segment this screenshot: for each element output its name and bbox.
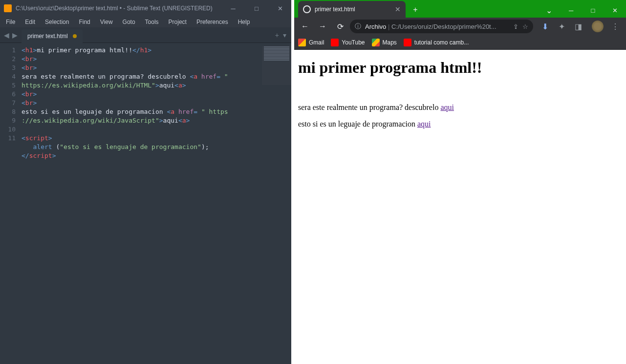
menu-tools[interactable]: Tools	[141, 18, 163, 26]
forward-button[interactable]: →	[315, 19, 330, 34]
omnibox[interactable]: ⓘ Archivo | C:/Users/oruiz/Desktop/prime…	[350, 20, 533, 33]
youtube-icon	[331, 39, 339, 46]
nav-buttons: ◀ ▶	[0, 31, 22, 39]
page-paragraph-2: esto si es un leguaje de programacion aq…	[298, 120, 622, 128]
bookmark-gmail[interactable]: Gmail	[298, 39, 324, 46]
maps-icon	[372, 39, 380, 46]
download-extension-icon[interactable]: ⬇	[537, 19, 553, 34]
chrome-window: primer text.html ✕ + ⌄ ─ □ ✕ ← → ⟳ ⓘ Arc…	[294, 0, 626, 364]
close-button[interactable]: ✕	[273, 5, 287, 12]
close-button[interactable]: ✕	[604, 3, 626, 18]
menu-view[interactable]: View	[96, 18, 117, 26]
nav-forward-icon[interactable]: ▶	[11, 31, 19, 39]
star-icon[interactable]: ☆	[522, 23, 528, 30]
tab-dropdown-icon[interactable]: ▾	[283, 31, 286, 39]
minimize-button[interactable]: ─	[226, 5, 240, 12]
file-tab[interactable]: primer text.html	[22, 29, 83, 43]
sublime-menubar: File Edit Selection Find View Goto Tools…	[0, 17, 291, 27]
page-content: mi primer programa html!! sera este real…	[294, 50, 626, 364]
menu-help[interactable]: Help	[234, 18, 254, 26]
menu-selection[interactable]: Selection	[41, 18, 73, 26]
profile-avatar[interactable]	[592, 21, 604, 32]
minimize-button[interactable]: ─	[560, 3, 582, 18]
info-icon: ⓘ	[355, 22, 361, 31]
bookmark-maps[interactable]: Maps	[372, 39, 397, 46]
tabbar-right: + ▾	[275, 31, 291, 39]
sublime-window: C:\Users\oruiz\Desktop\primer text.html …	[0, 0, 291, 364]
gmail-icon	[298, 39, 306, 46]
tab-title: primer text.html	[315, 6, 391, 13]
menu-find[interactable]: Find	[75, 18, 94, 26]
tab-label: primer text.html	[27, 33, 68, 40]
omnibox-text: Archivo | C:/Users/oruiz/Desktop/primer%…	[365, 23, 509, 30]
new-tab-button[interactable]: +	[409, 3, 422, 17]
page-paragraph-1: sera este realmente un programa? descubr…	[298, 103, 622, 112]
nav-back-icon[interactable]: ◀	[3, 31, 10, 39]
link-aqui-1[interactable]: aqui	[440, 103, 454, 111]
menu-project[interactable]: Project	[165, 18, 191, 26]
menu-goto[interactable]: Goto	[119, 18, 139, 26]
sublime-titlebar[interactable]: C:\Users\oruiz\Desktop\primer text.html …	[0, 0, 291, 17]
minimap[interactable]	[262, 46, 291, 85]
chrome-toolbar: ← → ⟳ ⓘ Archivo | C:/Users/oruiz/Desktop…	[294, 18, 626, 35]
share-icon[interactable]: ⇪	[513, 23, 518, 30]
menu-edit[interactable]: Edit	[21, 18, 39, 26]
bookmarks-bar: Gmail YouTube Maps tutorial como camb...	[294, 35, 626, 50]
tab-close-icon[interactable]: ✕	[395, 5, 401, 13]
chrome-window-controls: ⌄ ─ □ ✕	[538, 3, 626, 18]
sidepanel-icon[interactable]: ◨	[570, 19, 586, 34]
extensions-area: ⬇ ✦ ◨	[535, 19, 588, 34]
menu-file[interactable]: File	[2, 18, 19, 26]
code-editor[interactable]: <h1>mi primer programa html!!</h1><br><b…	[22, 43, 291, 364]
back-button[interactable]: ←	[297, 19, 313, 34]
youtube-icon	[404, 39, 411, 46]
bookmark-tutorial[interactable]: tutorial como camb...	[404, 39, 469, 46]
modified-indicator-icon	[73, 34, 77, 38]
reload-button[interactable]: ⟳	[332, 19, 348, 34]
sublime-title-text: C:\Users\oruiz\Desktop\primer text.html …	[16, 5, 226, 12]
chevron-down-icon[interactable]: ⌄	[538, 3, 560, 18]
window-controls: ─ □ ✕	[226, 5, 287, 12]
menu-preferences[interactable]: Preferences	[193, 18, 232, 26]
extensions-icon[interactable]: ✦	[554, 19, 569, 34]
new-tab-icon[interactable]: +	[275, 31, 279, 39]
editor-body: 1 2 3 4 5 6 7 8 9 10 11 <h1>mi primer pr…	[0, 43, 291, 364]
maximize-button[interactable]: □	[249, 5, 264, 12]
link-aqui-2[interactable]: aqui	[417, 120, 431, 128]
line-gutter: 1 2 3 4 5 6 7 8 9 10 11	[0, 43, 22, 364]
page-favicon-icon	[303, 5, 311, 13]
chrome-tabbar: primer text.html ✕ + ⌄ ─ □ ✕	[294, 0, 626, 18]
page-heading: mi primer programa html!!	[298, 59, 622, 77]
sublime-app-icon	[4, 4, 12, 12]
bookmark-youtube[interactable]: YouTube	[331, 39, 365, 46]
browser-tab[interactable]: primer text.html ✕	[298, 1, 406, 18]
menu-icon[interactable]: ⋮	[607, 19, 623, 34]
sublime-tabbar: ◀ ▶ primer text.html + ▾	[0, 27, 291, 43]
maximize-button[interactable]: □	[582, 3, 604, 18]
